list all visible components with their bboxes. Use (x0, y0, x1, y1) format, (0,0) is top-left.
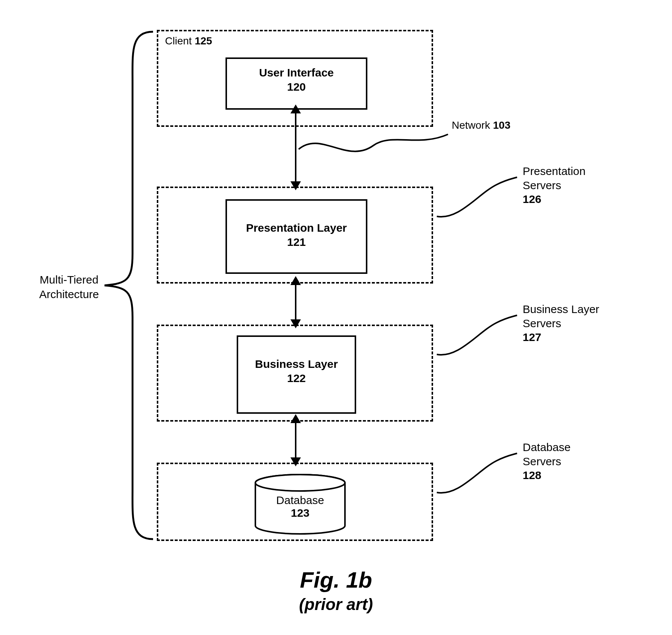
callout-business-num: 127 (523, 331, 541, 343)
multi-tier-l2: Architecture (39, 288, 99, 300)
tier-business: Business Layer 122 (157, 325, 433, 422)
tier-database: Database 123 (157, 463, 433, 541)
arrow-ui-presentation (295, 112, 296, 183)
arrow-up-icon (290, 414, 301, 423)
arrow-down-icon (290, 319, 301, 328)
client-label-num: 125 (195, 35, 212, 47)
client-label-text: Client (165, 35, 192, 47)
arrow-presentation-business (295, 284, 296, 321)
callout-presentation-num: 126 (523, 193, 541, 205)
network-label: Network 103 (452, 119, 510, 131)
tier-presentation: Presentation Layer 121 (157, 187, 433, 284)
client-label: Client 125 (165, 35, 212, 47)
callout-business-l2: Servers (523, 317, 561, 329)
callout-database-num: 128 (523, 469, 541, 481)
callout-business-l1: Business Layer (523, 303, 599, 315)
ui-num: 120 (227, 81, 366, 93)
ui-name: User Interface (227, 66, 366, 79)
leader-business (437, 313, 519, 366)
arrow-down-icon (290, 181, 301, 190)
figure-caption: Fig. 1b (prior art) (0, 567, 672, 614)
callout-presentation: Presentation Servers 126 (523, 164, 585, 206)
network-label-text: Network (452, 119, 490, 131)
callout-database-l2: Servers (523, 455, 561, 467)
database-name: Database (248, 494, 352, 507)
presentation-layer-box: Presentation Layer 121 (225, 199, 367, 274)
arrow-business-database (295, 422, 296, 459)
arrow-down-icon (290, 457, 301, 466)
figure-title: Fig. 1b (0, 567, 672, 593)
business-layer-box: Business Layer 122 (237, 335, 356, 414)
arrow-up-icon (290, 104, 301, 113)
business-num: 122 (238, 372, 355, 385)
callout-database-l1: Database (523, 441, 570, 453)
figure-sub: (prior art) (0, 595, 672, 614)
leader-presentation (437, 175, 519, 228)
callout-database: Database Servers 128 (523, 440, 570, 482)
left-brace (101, 30, 153, 541)
database-label-wrap: Database 123 (248, 494, 352, 519)
user-interface-box: User Interface 120 (225, 57, 367, 110)
multi-tier-label: Multi-Tiered Architecture (37, 272, 101, 301)
callout-presentation-l1: Presentation (523, 165, 585, 177)
database-num: 123 (248, 507, 352, 519)
leader-database (437, 451, 519, 504)
network-label-num: 103 (493, 119, 510, 131)
svg-point-1 (255, 475, 345, 491)
callout-business: Business Layer Servers 127 (523, 302, 599, 344)
arrow-up-icon (290, 276, 301, 285)
presentation-name: Presentation Layer (227, 222, 366, 234)
business-name: Business Layer (238, 358, 355, 370)
callout-presentation-l2: Servers (523, 179, 561, 191)
network-leader (299, 134, 455, 172)
presentation-num: 121 (227, 236, 366, 248)
multi-tier-l1: Multi-Tiered (40, 273, 98, 286)
